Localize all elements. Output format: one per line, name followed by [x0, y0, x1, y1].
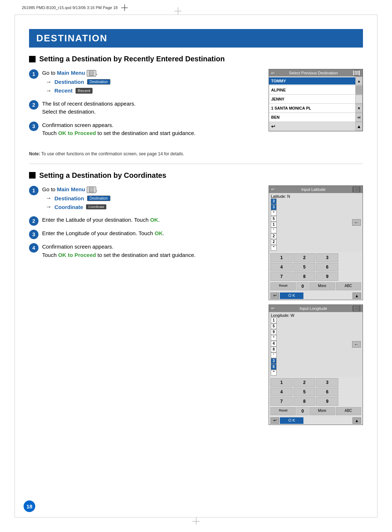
- lon-more-btn[interactable]: More: [309, 407, 335, 415]
- lat-backspace-btn[interactable]: ←: [352, 219, 361, 226]
- latitude-footer: ↩ O K ▲: [269, 292, 363, 300]
- lon-reset-btn[interactable]: Reset: [270, 407, 296, 415]
- lon-digit-10: ": [271, 370, 277, 376]
- latitude-numpad: 1 2 3 4 5 6 7 8 9: [269, 252, 363, 282]
- lon-btn-9[interactable]: 9: [316, 397, 338, 406]
- scroll-down-btn[interactable]: ▼: [355, 104, 363, 112]
- section1-note: Note: To use other functions on the conf…: [29, 151, 363, 156]
- lat-btn-1[interactable]: 1: [270, 253, 293, 262]
- latitude-input-row: Latitude: N 3 3 ° 5 1 ' 2 2 " ←: [269, 193, 363, 252]
- screen-title-bar-1: ↩ Select Previous Destination: [269, 69, 363, 77]
- latitude-title: Input Latitude: [301, 187, 326, 192]
- lat-digit-7: 2: [271, 233, 277, 239]
- lon-grid-icon: [354, 306, 359, 311]
- page-border-top: [15, 15, 377, 15]
- file-header: 261985 PMD-B100_r15.qxd 9/13/06 3:16 PM …: [22, 4, 128, 11]
- s2-arrow-icon-2: →: [46, 204, 52, 210]
- registration-mark-inline: [121, 4, 128, 11]
- s2-arrow-icon-1: →: [46, 195, 52, 201]
- lon-backspace-btn[interactable]: ←: [352, 341, 361, 348]
- lat-footer-back[interactable]: ↩: [270, 292, 279, 299]
- s2-destination-chip: Destination: [87, 196, 110, 201]
- lat-reset-btn[interactable]: Reset: [270, 282, 296, 290]
- note-content: To use other functions on the confirmati…: [41, 151, 184, 156]
- screen-row-tommy-text: TOMMY: [269, 77, 355, 85]
- scroll-up-btn[interactable]: ▲: [355, 77, 363, 85]
- lat-more-btn[interactable]: More: [309, 282, 335, 290]
- lat-abc-btn[interactable]: ABC: [336, 282, 361, 290]
- latitude-label: Latitude: N 3 3 ° 5 1 ' 2 2 ": [271, 194, 290, 251]
- section1-left: 1 Go to Main Menu . → Destination Destin…: [29, 69, 258, 143]
- file-info-text: 261985 PMD-B100_r15.qxd 9/13/06 3:16 PM …: [22, 5, 118, 10]
- s2-step1-content: Go to Main Menu . → Destination Destinat…: [42, 185, 258, 213]
- scroll-top-btn[interactable]: ▲: [355, 122, 363, 131]
- lat-btn-empty1: [339, 253, 361, 262]
- s2-step2-text: Enter the Latitude of your destination. …: [42, 216, 258, 224]
- step3-number: 3: [29, 122, 38, 131]
- scroll-bottom-btn[interactable]: ≪: [355, 113, 363, 122]
- lon-footer-back[interactable]: ↩: [270, 417, 279, 424]
- screen-row-jenny-text: JENNY: [269, 95, 355, 103]
- lon-btn-5[interactable]: 5: [293, 388, 315, 396]
- lon-btn-3[interactable]: 3: [316, 378, 338, 387]
- lat-digit-1: 3: [271, 199, 277, 204]
- step1-text: Go to Main Menu .: [42, 69, 258, 77]
- section2-step2: 2 Enter the Latitude of your destination…: [29, 216, 258, 226]
- lat-btn-7[interactable]: 7: [270, 272, 293, 281]
- lon-ok-btn[interactable]: O K: [280, 417, 303, 424]
- step1-menu-chip: [87, 70, 96, 77]
- screen-row-santa-monica-text: 1 SANTA MONICA PL: [269, 105, 355, 112]
- scroll-bar-1: [355, 86, 363, 94]
- lon-btn-8[interactable]: 8: [293, 397, 315, 406]
- lon-btn-7[interactable]: 7: [270, 397, 293, 406]
- arrow-icon-1: →: [46, 79, 52, 85]
- section-divider: [29, 164, 363, 164]
- lat-btn-0[interactable]: 0: [297, 282, 309, 290]
- lon-btn-0[interactable]: 0: [297, 407, 309, 415]
- lat-btn-3[interactable]: 3: [316, 253, 338, 262]
- longitude-title: Input Longitude: [300, 306, 327, 311]
- s2-step4-ok: OK to Proceed: [58, 252, 96, 258]
- screen-row-alpine-text: ALPINE: [269, 86, 355, 94]
- lat-digit-9: ": [271, 245, 277, 251]
- lon-footer-up[interactable]: ▲: [352, 417, 361, 424]
- lat-btn-6[interactable]: 6: [316, 263, 338, 271]
- section2-step1: 1 Go to Main Menu . → Destination Destin…: [29, 185, 258, 213]
- section1-heading-text: Setting a Destination by Recently Entere…: [39, 55, 225, 63]
- lon-abc-btn[interactable]: ABC: [336, 407, 361, 415]
- lon-btn-4[interactable]: 4: [270, 388, 293, 396]
- lat-btn-8[interactable]: 8: [293, 272, 315, 281]
- screen-row-ben-text: BEN: [269, 114, 355, 121]
- lon-digit-4: °: [271, 335, 277, 341]
- lat-btn-9[interactable]: 9: [316, 272, 338, 281]
- lat-footer-up[interactable]: ▲: [352, 292, 361, 299]
- step1-recent-label: Recent: [54, 87, 73, 94]
- section1-screen: ↩ Select Previous Destination TOMMY ▲ AL…: [269, 69, 363, 143]
- s2-destination-label: Destination: [54, 195, 84, 201]
- lat-btn-5[interactable]: 5: [293, 263, 315, 271]
- lat-digit-6: ': [271, 228, 277, 233]
- step3-ok-text: OK to Proceed: [58, 130, 96, 136]
- s2-step4-number: 4: [29, 243, 38, 253]
- s2-step1-main-menu: Main Menu: [57, 186, 85, 192]
- lon-btn-1[interactable]: 1: [270, 378, 293, 387]
- lon-digit-8: 3: [271, 358, 277, 364]
- select-destination-screen: ↩ Select Previous Destination TOMMY ▲ AL…: [269, 69, 363, 131]
- lat-digit-3: °: [271, 210, 277, 216]
- step1-main-menu: Main Menu: [57, 70, 85, 76]
- step1-sub-destination: → Destination Destination: [46, 79, 258, 85]
- screen-row-jenny: JENNY: [269, 95, 363, 104]
- lat-footer-space: [304, 292, 352, 299]
- lat-ok-btn[interactable]: O K: [280, 292, 303, 299]
- lon-btn-2[interactable]: 2: [293, 378, 315, 387]
- main-title: DESTINATION: [36, 33, 107, 44]
- section2-step4: 4 Confirmation screen appears. Touch OK …: [29, 243, 258, 261]
- lon-btn-6[interactable]: 6: [316, 388, 338, 396]
- page-number: 18: [24, 500, 35, 512]
- section1-bullet: [29, 56, 36, 62]
- lat-btn-2[interactable]: 2: [293, 253, 315, 262]
- longitude-screen: ↩ Input Longitude Longitude: W 1 5 9 ° 4…: [269, 304, 363, 425]
- note-label: Note:: [29, 151, 40, 156]
- lat-btn-4[interactable]: 4: [270, 263, 293, 271]
- step1-destination-chip: Destination: [87, 79, 110, 85]
